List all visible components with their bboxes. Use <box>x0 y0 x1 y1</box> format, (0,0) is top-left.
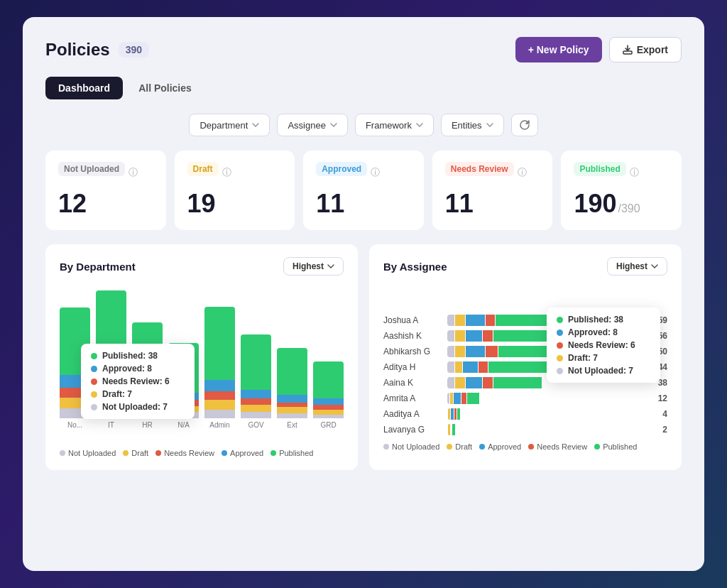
bar-segment <box>204 400 235 410</box>
bar-segment <box>277 407 307 413</box>
assignee-bar-segment <box>486 315 496 326</box>
filter-department[interactable]: Department <box>189 114 270 136</box>
chart-legend: Not Uploaded Draft Needs Review Approved… <box>60 449 344 457</box>
stacked-bar <box>277 348 307 418</box>
legend-dot <box>447 444 452 450</box>
refresh-button[interactable] <box>511 114 538 136</box>
stacked-bar <box>313 361 344 418</box>
stat-value: 19 <box>187 189 283 219</box>
assignee-bar-segment <box>466 377 483 388</box>
assignee-name: Aaditya A <box>383 409 440 419</box>
legend-dot <box>479 444 485 450</box>
filter-assignee[interactable]: Assignee <box>277 114 347 136</box>
assignee-bar <box>447 424 643 435</box>
tooltip-item-published: Published: 38 <box>91 351 185 361</box>
chevron-down-icon <box>486 123 493 127</box>
bar-label: Admin <box>209 421 229 429</box>
assignee-bar-segment <box>447 393 449 404</box>
tooltip-dot <box>91 353 97 359</box>
bar-group: GRD <box>313 287 344 429</box>
stat-published: Published ⓘ 190/390 <box>561 151 682 230</box>
refresh-icon <box>519 119 530 131</box>
bar-label: No... <box>67 421 82 429</box>
legend-dot <box>60 450 65 456</box>
tooltip-item-not-uploaded: Not Uploaded: 7 <box>557 366 650 376</box>
info-icon[interactable]: ⓘ <box>222 166 231 179</box>
stat-value: 11 <box>445 189 540 219</box>
tooltip-item-needs-review: Needs Review: 6 <box>557 340 650 350</box>
assignee-bar-segment <box>455 346 465 357</box>
department-sort-button[interactable]: Highest <box>283 257 344 276</box>
assignee-bar-segment <box>454 393 461 404</box>
assignee-bar-segment <box>447 377 454 388</box>
bar-label: GOV <box>248 421 263 429</box>
tooltip-item-draft: Draft: 7 <box>91 389 185 399</box>
legend-needs-review: Needs Review <box>528 442 587 451</box>
stat-label: Not Uploaded <box>58 162 125 176</box>
assignee-bar-segment <box>452 424 454 435</box>
tab-all-policies[interactable]: All Policies <box>126 77 204 99</box>
chart-legend: Not Uploaded Draft Approved Needs Review… <box>383 442 667 451</box>
assignee-bar-segment <box>466 330 483 342</box>
bar-segment <box>241 390 271 398</box>
tooltip-dot <box>557 342 563 349</box>
info-icon[interactable]: ⓘ <box>518 166 527 179</box>
bar-segment <box>277 403 307 408</box>
assignee-bar-segment <box>467 393 479 404</box>
tooltip-dot <box>91 404 97 410</box>
bar-label: Ext <box>287 421 297 429</box>
assignee-bar-segment <box>483 377 493 388</box>
assignee-name: Abhikarsh G <box>383 347 440 356</box>
by-assignee-chart: By Assignee Highest Published: 38 Approv… <box>369 244 682 470</box>
assignee-name: Amrita A <box>383 393 440 403</box>
assignee-bar-segment <box>455 377 465 388</box>
stat-label: Needs Review <box>445 162 514 176</box>
assignee-bar-segment <box>466 346 485 357</box>
tab-dashboard[interactable]: Dashboard <box>45 77 123 99</box>
export-button[interactable]: Export <box>609 37 682 62</box>
stacked-bar <box>204 307 235 419</box>
department-tooltip: Published: 38 Approved: 8 Needs Review: … <box>81 344 195 419</box>
filter-entities[interactable]: Entities <box>441 114 504 136</box>
stat-label: Published <box>574 162 625 176</box>
stat-label: Approved <box>316 162 367 176</box>
assignee-sort-button[interactable]: Highest <box>607 257 667 276</box>
bar-segment <box>241 405 271 412</box>
assignee-bar-segment <box>447 315 454 326</box>
tooltip-dot <box>91 379 97 385</box>
bar-segment <box>241 334 271 390</box>
assignee-bar-segment <box>463 361 477 373</box>
assignee-chart-container: Published: 38 Approved: 8 Needs Review: … <box>383 315 667 435</box>
filter-framework[interactable]: Framework <box>355 114 434 136</box>
bar-segment <box>313 410 344 415</box>
legend-published: Published <box>270 449 313 457</box>
stacked-bar <box>241 334 271 418</box>
legend-dot <box>594 444 600 450</box>
bar-segment <box>204 307 235 381</box>
tooltip-item-approved: Approved: 8 <box>91 364 185 374</box>
policy-count-badge: 390 <box>119 42 149 58</box>
assignee-bar-segment <box>447 346 454 357</box>
chevron-down-icon <box>651 264 658 268</box>
svg-rect-0 <box>623 51 632 54</box>
bar-segment <box>204 391 235 400</box>
chevron-down-icon <box>416 123 423 127</box>
tooltip-item-published: Published: 38 <box>557 315 650 325</box>
legend-dot <box>222 450 227 456</box>
new-policy-button[interactable]: + New Policy <box>515 37 602 62</box>
stats-row: Not Uploaded ⓘ 12 Draft ⓘ 19 Approved ⓘ … <box>45 151 682 230</box>
legend-dot <box>155 450 161 456</box>
assignee-bar-segment <box>455 330 465 342</box>
info-icon[interactable]: ⓘ <box>129 166 138 179</box>
tooltip-item-not-uploaded: Not Uploaded: 7 <box>91 402 185 412</box>
assignee-name: Aditya H <box>383 362 440 372</box>
stat-needs-review: Needs Review ⓘ 11 <box>432 151 553 230</box>
chevron-down-icon <box>327 264 334 268</box>
chart-header: By Department Highest <box>60 257 344 276</box>
stat-value: 12 <box>58 189 153 219</box>
info-icon[interactable]: ⓘ <box>371 166 380 179</box>
info-icon[interactable]: ⓘ <box>630 166 639 179</box>
header-left: Policies 390 <box>45 40 149 60</box>
assignee-count: 2 <box>650 425 667 435</box>
bar-label: HR <box>142 421 152 429</box>
